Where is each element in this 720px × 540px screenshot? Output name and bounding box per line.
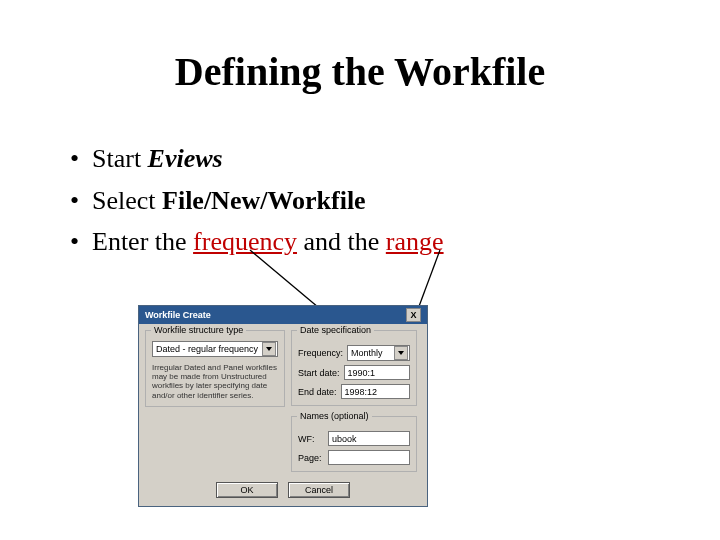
wf-input[interactable]: ubook [328, 431, 410, 446]
wf-label: WF: [298, 434, 324, 444]
page-label: Page: [298, 453, 324, 463]
date-spec-group: Date specification Frequency: Monthly St… [291, 330, 417, 406]
chevron-down-icon[interactable] [394, 346, 408, 360]
cancel-button[interactable]: Cancel [288, 482, 350, 498]
names-legend: Names (optional) [297, 411, 372, 421]
dialog-titlebar[interactable]: Workfile Create X [139, 306, 427, 324]
structure-value: Dated - regular frequency [156, 344, 258, 354]
workfile-create-dialog: Workfile Create X Workfile structure typ… [138, 305, 428, 507]
frequency-combo[interactable]: Monthly [347, 345, 410, 361]
svg-marker-4 [266, 347, 272, 351]
frequency-label: Frequency: [298, 348, 343, 358]
start-date-input[interactable]: 1990:1 [344, 365, 410, 380]
page-input[interactable] [328, 450, 410, 465]
ok-button[interactable]: OK [216, 482, 278, 498]
dialog-button-row: OK Cancel [139, 476, 427, 506]
chevron-down-icon[interactable] [262, 342, 276, 356]
names-group: Names (optional) WF: ubook Page: [291, 416, 417, 472]
structure-note: Irregular Dated and Panel workfiles may … [152, 363, 278, 400]
structure-legend: Workfile structure type [151, 325, 246, 335]
structure-group: Workfile structure type Dated - regular … [145, 330, 285, 407]
frequency-value: Monthly [351, 348, 383, 358]
structure-combo[interactable]: Dated - regular frequency [152, 341, 278, 357]
date-spec-legend: Date specification [297, 325, 374, 335]
end-date-input[interactable]: 1998:12 [341, 384, 410, 399]
end-date-label: End date: [298, 387, 337, 397]
start-date-label: Start date: [298, 368, 340, 378]
slide: Defining the Workfile Start Eviews Selec… [0, 0, 720, 540]
dialog-title-text: Workfile Create [145, 310, 211, 320]
svg-marker-5 [398, 351, 404, 355]
close-icon[interactable]: X [406, 308, 421, 322]
